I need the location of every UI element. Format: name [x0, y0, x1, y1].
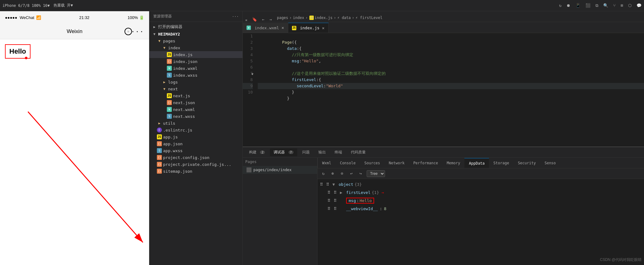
- folder-icon: ▼: [157, 38, 162, 43]
- project-private-label: project.private.config.js...: [163, 162, 231, 167]
- tab-sensor[interactable]: Senso: [540, 158, 560, 168]
- refresh-btn[interactable]: ↻: [320, 170, 327, 177]
- tab-wxml[interactable]: Wxml: [318, 158, 336, 168]
- tab-network[interactable]: Network: [384, 158, 409, 168]
- line-numbers-toggle[interactable]: ≡: [243, 18, 250, 22]
- row-handle: ⠿: [327, 190, 332, 195]
- next-folder-label: next: [168, 87, 178, 91]
- record-icon[interactable]: ⏺: [566, 3, 571, 8]
- expand-icon[interactable]: ▼: [332, 182, 337, 187]
- undo-btn[interactable]: ↩: [348, 170, 355, 177]
- index-js-label: index.js: [173, 52, 193, 57]
- file-tree-utils[interactable]: ▶ utils: [149, 120, 242, 127]
- file-tree-next-wxss[interactable]: S next.wxss: [149, 113, 242, 120]
- line-num-4: 4: [243, 52, 253, 58]
- file-tree-project[interactable]: ▼ HEIMADAY2: [149, 31, 242, 37]
- tab-index-wxml[interactable]: W index.wxml ×: [243, 23, 288, 33]
- hello-box: Hello: [5, 44, 31, 59]
- devtools-tab-output[interactable]: 输出: [315, 148, 330, 156]
- bookmark-icon[interactable]: 🔖: [250, 17, 260, 22]
- file-tree-app-json[interactable]: {} app.json: [149, 140, 242, 147]
- file-tree-app-js[interactable]: JS app.js: [149, 133, 242, 140]
- tab-security[interactable]: Security: [514, 158, 540, 168]
- refresh-icon[interactable]: ↻: [559, 3, 562, 8]
- nav-forward-icon[interactable]: →: [267, 17, 275, 22]
- file-tree-index-wxss[interactable]: S index.wxss: [149, 72, 242, 79]
- tab-index-js[interactable]: JS index.js ×: [288, 23, 329, 33]
- crumb-data: ⚡ data: [337, 16, 350, 20]
- open-editors-label: 打开的编辑器: [158, 24, 182, 30]
- tree-val-msg: Hello: [360, 198, 372, 203]
- remote-icon[interactable]: ⬡: [628, 3, 632, 8]
- row-handle2: ⠿: [326, 182, 331, 187]
- collapse-btn[interactable]: ⊖: [339, 170, 346, 177]
- devtools-tab-issues[interactable]: 问题: [298, 148, 313, 156]
- code-content[interactable]: Page({ data:{ //只有第一级数据可进行双向绑定 msg:"Hell…: [255, 33, 644, 147]
- battery-label: 100%: [128, 15, 138, 20]
- tab-console[interactable]: Console: [336, 158, 360, 168]
- nav-back-icon[interactable]: ←: [260, 17, 267, 22]
- devtools-tab-build[interactable]: 构建 2: [245, 148, 269, 156]
- hot-reload-label[interactable]: 热重载 开▼: [54, 3, 73, 8]
- devtools-tab-terminal[interactable]: 终端: [331, 148, 346, 156]
- file-tree-open-editors[interactable]: ▶ 打开的编辑器: [149, 23, 242, 31]
- page-item[interactable]: pages/index/index: [243, 166, 317, 174]
- tab-performance[interactable]: Performance: [409, 158, 442, 168]
- tablet-icon[interactable]: ⬛: [585, 3, 590, 8]
- devtools-toolbar: ↻ ⊕ ⊖ ↩ ↪ Tree: [317, 168, 644, 179]
- git-icon[interactable]: ⑂: [613, 3, 616, 8]
- file-tree-app-wxss[interactable]: S app.wxss: [149, 147, 242, 154]
- expand-icon[interactable]: ▶: [340, 190, 345, 195]
- tab-close-icon[interactable]: ×: [281, 25, 284, 30]
- devtools-tab-debugger[interactable]: 调试器 7: [270, 148, 297, 156]
- index-wxss-label: index.wxss: [173, 73, 197, 78]
- redo-btn[interactable]: ↪: [357, 170, 364, 177]
- tab-close-icon[interactable]: ×: [322, 26, 324, 31]
- output-label: 输出: [318, 150, 326, 154]
- row-handle2: ⠿: [334, 198, 339, 203]
- file-panel-more[interactable]: ···: [232, 14, 239, 19]
- file-tree-next-folder[interactable]: ▼ next: [149, 85, 242, 92]
- file-tree-logs[interactable]: ▶ logs: [149, 79, 242, 85]
- js-tab-icon: JS: [292, 26, 296, 30]
- devtools-tab-quality[interactable]: 代码质量: [347, 148, 369, 156]
- breadcrumb: pages › index › JS index.js › ⚡ data › ⚡…: [275, 14, 644, 22]
- line-num-1: 1: [243, 33, 253, 39]
- devtools-left-panel: Pages pages/index/index: [243, 158, 317, 265]
- phone-status-left: ●●●●● WeChat 📶: [5, 15, 41, 20]
- view-mode-select[interactable]: Tree: [367, 170, 385, 177]
- file-tree-project-config[interactable]: {} project.config.json: [149, 154, 242, 161]
- copy-icon[interactable]: ⧉: [595, 3, 598, 8]
- wechat-icon[interactable]: 💬: [637, 3, 642, 8]
- tab-sources[interactable]: Sources: [360, 158, 384, 168]
- file-tree-index-js[interactable]: JS index.js: [149, 51, 242, 58]
- tab-storage[interactable]: Storage: [489, 158, 514, 168]
- file-tree-next-js[interactable]: JS next.js: [149, 92, 242, 99]
- grid-icon[interactable]: ⊞: [621, 3, 623, 8]
- hello-text: Hello: [9, 47, 26, 55]
- project-label: HEIMADAY2: [158, 32, 180, 36]
- pages-label: pages: [163, 39, 175, 43]
- more-button[interactable]: ···: [131, 28, 144, 35]
- file-tree-pages[interactable]: ▼ pages: [149, 37, 242, 44]
- eslint-file-icon: E: [157, 128, 162, 132]
- tab-memory[interactable]: Memory: [442, 158, 464, 168]
- file-tree-next-json[interactable]: {} next.json: [149, 99, 242, 106]
- phone-status-bar: ●●●●● WeChat 📶 21:32 100% 🔋: [0, 11, 149, 24]
- wxml-file-icon: W: [167, 107, 172, 112]
- chevron-right-icon: ▶: [152, 24, 157, 29]
- file-tree-eslint[interactable]: E .eslintrc.js: [149, 127, 242, 133]
- file-tree-next-wxml[interactable]: W next.wxml: [149, 106, 242, 113]
- file-tree-index-folder[interactable]: ▼ index: [149, 44, 242, 51]
- file-tree-index-wxml[interactable]: W index.wxml: [149, 65, 242, 72]
- search-icon[interactable]: 🔍: [603, 3, 608, 8]
- expand-btn[interactable]: ⊕: [329, 170, 336, 177]
- phone-icon[interactable]: 📱: [576, 3, 581, 8]
- tree-key-object: object: [339, 182, 353, 187]
- tab-appdata[interactable]: AppData: [464, 158, 489, 168]
- row-handle: ⠿: [320, 182, 325, 187]
- editor-panel: ≡ 🔖 ← → pages › index › JS index.js › ⚡ …: [243, 11, 644, 265]
- file-tree-index-json[interactable]: {} index.json: [149, 58, 242, 65]
- file-tree-sitemap[interactable]: {} sitemap.json: [149, 168, 242, 175]
- file-tree-project-private[interactable]: {} project.private.config.js...: [149, 161, 242, 168]
